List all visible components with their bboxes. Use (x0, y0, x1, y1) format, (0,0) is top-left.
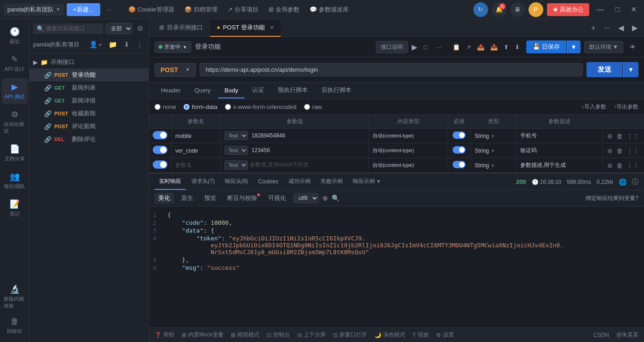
row2-toggle[interactable] (153, 146, 167, 154)
run-button[interactable]: ▶ (412, 43, 417, 51)
tree-item-get-news-detail[interactable]: 🔗 GET 新闻详情 (29, 94, 149, 107)
row1-drag-button[interactable]: ⋮⋮ (626, 131, 640, 141)
sidebar-item-notes[interactable]: 📝 笔记 (2, 195, 28, 221)
format-preview-button[interactable]: 预览 (201, 193, 220, 204)
row3-copy-button[interactable]: ⊕ (606, 161, 614, 170)
cookie-manager-button[interactable]: 🍪 Cookie管理器 (125, 4, 178, 16)
new-button[interactable]: +新建... (67, 3, 100, 16)
expand-button[interactable]: ⋮ (134, 40, 145, 50)
new-folder-button[interactable]: 📁 (107, 40, 119, 50)
env-select[interactable]: 默认环境 ▼ (584, 41, 623, 53)
dark-mode-button[interactable]: 🌙 深色模式 (374, 331, 405, 339)
icon-btn-5[interactable]: ⬆ (501, 42, 512, 52)
icon-btn-3[interactable]: 📤 (474, 42, 487, 52)
refresh-icon-button[interactable]: ↻ (473, 2, 488, 17)
icon-btn-4[interactable]: 📥 (488, 42, 500, 52)
row1-copy-button[interactable]: ⊕ (606, 131, 614, 141)
info-button[interactable]: ⓘ (632, 178, 638, 186)
split-view-button[interactable]: ⊟ 上下分屏 (297, 331, 326, 339)
device-button[interactable]: 🖥 (510, 2, 525, 17)
format-assert-button[interactable]: 断言与校验 (224, 193, 261, 204)
radio-none[interactable]: none (155, 103, 176, 110)
resp-tab-success-example[interactable]: 成功示例 (284, 174, 315, 190)
sidebar-item-auto-test[interactable]: ⚙ 自动化测试 (2, 106, 28, 138)
global-params-button[interactable]: ⊞ 全局参数 (265, 4, 303, 16)
prev-tab-button[interactable]: ◀ (615, 23, 627, 33)
tab-body[interactable]: Body (218, 83, 245, 98)
resp-tab-fail-example[interactable]: 失败示例 (316, 174, 347, 190)
row2-delete-button[interactable]: 🗑 (615, 146, 624, 155)
new-window-button[interactable]: ⊡ 新窗口打开 (333, 331, 367, 339)
share-project-button[interactable]: ↗ 分享项目 (224, 4, 262, 16)
resp-tab-cookies[interactable]: Cookies (253, 175, 282, 189)
sidebar-item-doc-share[interactable]: 📄 文档分享 (2, 140, 28, 166)
more-tabs-button[interactable]: ··· (601, 23, 613, 33)
icon-btn-1[interactable]: 📋 (450, 42, 463, 52)
icon-btn-6[interactable]: ⬇ (512, 42, 523, 52)
status-select[interactable]: 开发中 ▼ (155, 41, 191, 53)
interface-note-button[interactable]: 接口说明 (376, 41, 408, 53)
radio-raw[interactable]: raw (304, 103, 322, 110)
close-button[interactable]: ✕ (627, 3, 640, 16)
radio-urlencoded-input[interactable] (225, 104, 231, 110)
method-select[interactable]: POST ▼ (155, 63, 196, 77)
send-dropdown-button[interactable]: ▼ (623, 62, 638, 77)
help-button[interactable]: ❓ 帮助 (155, 331, 174, 339)
row3-drag-button[interactable]: ⋮⋮ (626, 161, 640, 170)
save-dropdown-button[interactable]: ▼ (567, 40, 581, 53)
row3-toggle[interactable] (153, 160, 167, 169)
export-params-button[interactable]: ↑导出参数 (614, 103, 638, 111)
tab-close-icon[interactable]: ✕ (270, 24, 274, 31)
tab-post-login[interactable]: ● POST 登录功能 ✕ (210, 19, 281, 37)
filter-select[interactable]: 全部 (106, 23, 132, 34)
search-input[interactable] (46, 25, 99, 32)
tab-auth[interactable]: 认证 (246, 82, 270, 99)
row1-toggle[interactable] (153, 131, 167, 139)
tab-directory[interactable]: ⊞ 目录示例接口 (153, 19, 209, 37)
import-params-button[interactable]: ↓导入参数 (581, 103, 606, 111)
send-button[interactable]: 发送 (586, 62, 622, 77)
api-name-input[interactable] (195, 43, 372, 51)
console-button[interactable]: ⊡ 控制台 (267, 331, 290, 339)
format-beautify-button[interactable]: 美化 (155, 193, 174, 204)
more-button[interactable]: ··· (103, 4, 115, 15)
add-tab-button[interactable]: + (588, 23, 598, 33)
maximize-button[interactable]: □ (611, 4, 623, 16)
notification-button[interactable]: 🔔 9 (492, 2, 506, 17)
search-response-button[interactable]: 🔍 (332, 194, 339, 202)
row1-required-toggle[interactable] (453, 131, 466, 139)
tab-query[interactable]: Query (188, 83, 217, 98)
collapse-button[interactable]: T 缩放 (413, 331, 429, 339)
more-actions-button[interactable]: ··· (434, 42, 444, 52)
collab-button[interactable]: ★ 高效办公 (547, 3, 590, 16)
mock-button[interactable]: ⊞ 内置Mock变量 (182, 331, 224, 339)
url-input[interactable] (200, 63, 583, 76)
resp-tab-response-headers[interactable]: 响应头(9) (220, 174, 253, 190)
tab-pre-script[interactable]: 预执行脚本 (271, 82, 314, 99)
resp-tab-response-example[interactable]: 响应示例 ▼ (348, 174, 385, 190)
tree-item-post-login[interactable]: 🔗 POST 登录功能 (29, 68, 149, 81)
sidebar-item-api-test[interactable]: ▶ API 调试 (2, 78, 28, 104)
sidebar-item-recycle[interactable]: 🗑 回收站 (2, 313, 28, 338)
row1-type-select[interactable]: Text (224, 131, 248, 140)
square-icon-button[interactable]: □ (421, 42, 430, 52)
simple-mode-button[interactable]: ⊠ 精简模式 (231, 331, 259, 339)
icon-btn-2[interactable]: ↗ (463, 42, 474, 52)
copy-button[interactable]: ⊕ (322, 194, 328, 202)
sidebar-item-new-beta[interactable]: 🔬 新版内测体验 (2, 280, 28, 313)
encoding-select[interactable]: utf8 (293, 193, 319, 203)
bind-var-button[interactable]: 绑定响应结果到变量? (586, 194, 638, 202)
radio-form-data[interactable]: form-data (184, 103, 218, 110)
team-selector[interactable]: panda的私有团队 ▼ (4, 4, 64, 16)
tree-item-del-comment[interactable]: 🔗 DEL 删除评论 (29, 133, 149, 146)
next-tab-button[interactable]: ▶ (629, 23, 640, 33)
download-button[interactable]: ⬇ (122, 40, 132, 50)
sidebar-item-project-team[interactable]: 👥 项目/团队 (2, 168, 28, 194)
tree-item-post-comment[interactable]: 🔗 POST 评论新闻 (29, 120, 149, 133)
archive-manager-button[interactable]: 📦 归档管理 (181, 4, 221, 16)
radio-urlencoded[interactable]: x-www-form-urlencoded (225, 103, 297, 110)
tab-post-script[interactable]: 后执行脚本 (315, 82, 358, 99)
radio-none-input[interactable] (155, 104, 161, 110)
param-desc-button[interactable]: 💬 参数描述库 (306, 4, 352, 16)
eye-icon-button[interactable]: 👁 (627, 42, 638, 52)
